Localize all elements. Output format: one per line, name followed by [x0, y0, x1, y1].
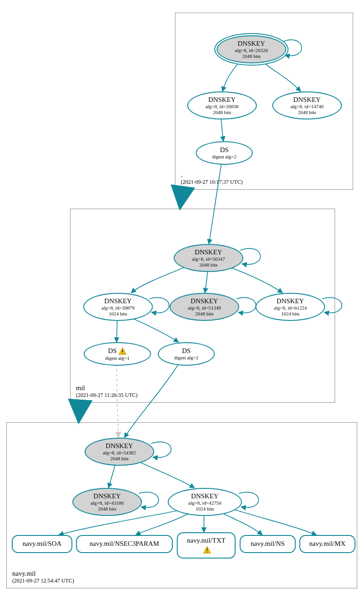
node-line3: 1024 bits — [109, 311, 128, 317]
node-title: DNSKEY — [104, 297, 132, 305]
dnskey-mil-ksk: DNSKEY alg=8, id=56347 2048 bits — [174, 244, 243, 272]
node-title: navy.mil/NSEC3PARAM — [90, 540, 159, 548]
node-line3: 2048 bits — [195, 311, 214, 317]
node-line3: 1024 bits — [281, 311, 300, 317]
node-title: DNSKEY — [238, 40, 265, 48]
node-title: navy.mil/MX — [309, 540, 345, 548]
node-line2: digest alg=1 — [105, 355, 129, 361]
node-line2: alg=8, id=56347 — [192, 256, 225, 262]
node-line2: alg=8, id=39879 — [102, 305, 135, 311]
node-title: DNSKEY — [94, 492, 121, 500]
node-title: navy.mil/NS — [251, 540, 284, 548]
zone-name: . — [181, 171, 243, 179]
node-line3: 2048 bits — [98, 506, 117, 512]
node-title: DNSKEY — [277, 297, 304, 305]
node-line2: digest alg=2 — [174, 355, 199, 361]
node-title: DNSKEY — [191, 297, 218, 305]
dnskey-mil-k1: DNSKEY alg=8, id=39879 1024 bits — [83, 293, 153, 321]
svg-rect-4 — [207, 548, 208, 550]
svg-rect-1 — [122, 349, 123, 352]
dnskey-mil-k3: DNSKEY alg=8, id=61224 1024 bits — [255, 293, 325, 321]
node-line2: alg=8, id=42750 — [189, 500, 222, 506]
node-title: DNSKEY — [106, 442, 133, 450]
svg-rect-2 — [122, 353, 123, 353]
node-line3: 2048 bits — [199, 262, 218, 268]
node-line3: 2048 bits — [242, 53, 261, 59]
node-line2: alg=8, id=54382 — [103, 450, 136, 456]
dnskey-navy-k1: DNSKEY alg=8, id=43186 2048 bits — [72, 488, 142, 516]
warning-icon — [118, 347, 127, 355]
node-title: DNSKEY — [293, 96, 321, 104]
zone-timestamp: (2021-09-27 10:17:37 UTC) — [181, 179, 243, 186]
dnskey-root-zsk1: DNSKEY alg=8, id=26838 2048 bits — [187, 91, 257, 119]
dnskey-navy-k2: DNSKEY alg=8, id=42750 1024 bits — [168, 488, 242, 516]
dnskey-mil-k2: DNSKEY alg=8, id=51349 2048 bits — [170, 293, 239, 321]
node-line2: alg=8, id=14748 — [291, 104, 324, 110]
warning-icon — [203, 546, 211, 554]
svg-rect-5 — [207, 551, 208, 552]
zone-name: navy.mil — [12, 570, 74, 578]
node-title: DS — [108, 347, 117, 355]
node-title: navy.mil/TXT — [187, 537, 225, 544]
node-title: navy.mil/SOA — [23, 540, 61, 548]
node-title: DNSKEY — [191, 492, 219, 500]
node-line3: 2048 bits — [110, 456, 129, 462]
node-line2: alg=8, id=51349 — [188, 305, 221, 311]
node-line2: alg=8, id=26838 — [206, 104, 239, 110]
rr-nsec3param: navy.mil/NSEC3PARAM — [76, 535, 173, 553]
node-title: DNSKEY — [195, 248, 222, 256]
node-line3: 2048 bits — [213, 110, 232, 115]
node-title: DS — [182, 347, 190, 355]
rr-mx: navy.mil/MX — [299, 535, 355, 553]
ds-mil-1: DS digest alg=1 — [84, 342, 151, 366]
dnskey-navy-ksk: DNSKEY alg=8, id=54382 2048 bits — [85, 438, 154, 466]
rr-soa: navy.mil/SOA — [12, 535, 72, 553]
ds-root: DS digest alg=2 — [196, 141, 253, 165]
ds-mil-2: DS digest alg=2 — [158, 342, 215, 366]
node-line2: alg=8, id=20326 — [235, 48, 268, 53]
rr-ns: navy.mil/NS — [240, 535, 296, 553]
dnskey-root-zsk2: DNSKEY alg=8, id=14748 2048 bits — [272, 91, 342, 119]
dnskey-root-ksk: DNSKEY alg=8, id=20326 2048 bits — [217, 35, 286, 63]
zone-root-label: . (2021-09-27 10:17:37 UTC) — [181, 171, 243, 186]
node-line3: 1024 bits — [196, 506, 214, 512]
zone-timestamp: (2021-09-27 11:26:35 UTC) — [76, 392, 137, 399]
node-line2: alg=8, id=43186 — [91, 500, 124, 506]
zone-name: mil — [76, 384, 137, 392]
node-title: DNSKEY — [208, 96, 236, 104]
rr-txt: navy.mil/TXT — [177, 532, 236, 559]
zone-timestamp: (2021-09-27 12:54:47 UTC) — [12, 578, 74, 584]
zone-navy-label: navy.mil (2021-09-27 12:54:47 UTC) — [12, 570, 74, 584]
zone-mil-label: mil (2021-09-27 11:26:35 UTC) — [76, 384, 137, 399]
node-line2: digest alg=2 — [212, 154, 236, 160]
node-line3: 2048 bits — [298, 110, 317, 115]
node-title: DS — [220, 146, 228, 154]
node-line2: alg=8, id=61224 — [274, 305, 307, 311]
